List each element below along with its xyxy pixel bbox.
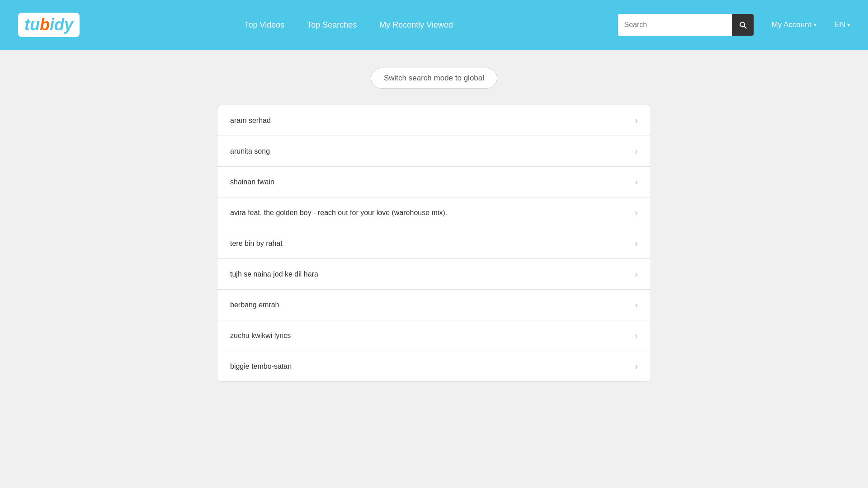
- chevron-right-icon: ›: [635, 177, 638, 187]
- chevron-right-icon: ›: [635, 300, 638, 310]
- main-nav: Top Videos Top Searches My Recently View…: [98, 20, 600, 30]
- result-item[interactable]: biggie tembo-satan›: [217, 351, 651, 382]
- logo-b: b: [40, 15, 50, 34]
- search-input[interactable]: [618, 14, 732, 36]
- result-text: aram serhad: [230, 117, 271, 125]
- nav-top-videos[interactable]: Top Videos: [244, 20, 284, 30]
- result-item[interactable]: arunita song›: [217, 136, 651, 166]
- result-text: arunita song: [230, 147, 270, 155]
- search-box: [618, 14, 754, 36]
- language-label: EN: [835, 20, 845, 29]
- account-label: My Account: [772, 20, 811, 29]
- chevron-right-icon: ›: [635, 146, 638, 156]
- result-text: biggie tembo-satan: [230, 362, 292, 371]
- result-text: shainan twain: [230, 178, 274, 186]
- logo[interactable]: tubidy: [18, 13, 80, 37]
- account-caret-icon: ▾: [814, 22, 816, 28]
- chevron-right-icon: ›: [635, 361, 638, 371]
- nav-recently-viewed[interactable]: My Recently Viewed: [379, 20, 453, 30]
- chevron-right-icon: ›: [635, 330, 638, 341]
- language-caret-icon: ▾: [847, 22, 850, 28]
- result-item[interactable]: aram serhad›: [217, 105, 651, 136]
- switch-search-mode-button[interactable]: Switch search mode to global: [371, 68, 497, 89]
- header: tubidy Top Videos Top Searches My Recent…: [0, 0, 868, 50]
- result-item[interactable]: zuchu kwikwi lyrics›: [217, 320, 651, 351]
- search-icon: [738, 20, 747, 29]
- result-item[interactable]: tere bin by rahat›: [217, 228, 651, 258]
- result-item[interactable]: tujh se naina jod ke dil hara›: [217, 258, 651, 289]
- result-text: avira feat. the golden boy - reach out f…: [230, 209, 447, 217]
- chevron-right-icon: ›: [635, 115, 638, 126]
- logo-tu: tu: [24, 15, 40, 34]
- search-results-list: aram serhad›arunita song›shainan twain›a…: [217, 105, 651, 382]
- my-account-button[interactable]: My Account ▾: [772, 20, 817, 29]
- result-item[interactable]: berbang emrah›: [217, 289, 651, 320]
- chevron-right-icon: ›: [635, 207, 638, 218]
- result-text: tujh se naina jod ke dil hara: [230, 270, 318, 278]
- result-text: berbang emrah: [230, 301, 279, 309]
- result-item[interactable]: shainan twain›: [217, 166, 651, 197]
- result-text: zuchu kwikwi lyrics: [230, 332, 291, 340]
- logo-idy: idy: [50, 15, 73, 34]
- result-item[interactable]: avira feat. the golden boy - reach out f…: [217, 197, 651, 228]
- nav-top-searches[interactable]: Top Searches: [307, 20, 357, 30]
- language-button[interactable]: EN ▾: [835, 20, 850, 29]
- chevron-right-icon: ›: [635, 269, 638, 279]
- search-button[interactable]: [732, 14, 754, 36]
- chevron-right-icon: ›: [635, 238, 638, 249]
- result-text: tere bin by rahat: [230, 239, 283, 248]
- main-content: Switch search mode to global aram serhad…: [0, 50, 868, 400]
